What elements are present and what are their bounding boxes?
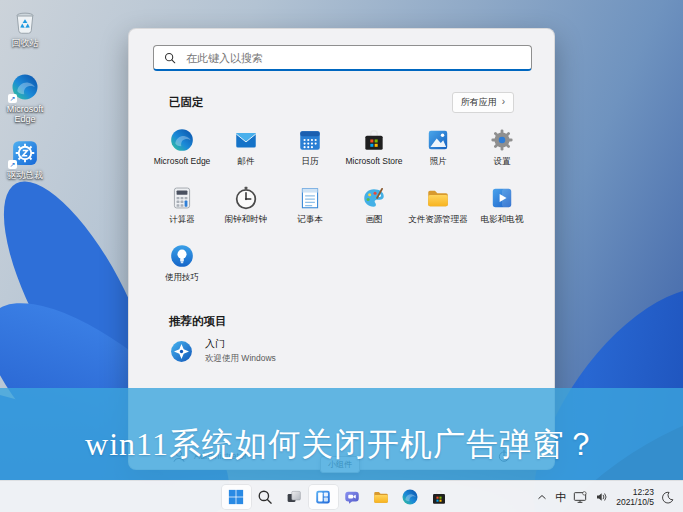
app-label: 计算器: [169, 215, 195, 224]
pinned-title: 已固定: [169, 95, 204, 110]
app-label: 电影和电视: [481, 215, 524, 224]
chevron-right-icon: ›: [502, 98, 505, 106]
all-apps-label: 所有应用: [461, 96, 497, 109]
app-label: 邮件: [238, 157, 255, 166]
pinned-app-calendar[interactable]: 日历: [278, 123, 342, 181]
shortcut-arrow-icon: ↗: [8, 160, 17, 169]
ime-indicator[interactable]: 中: [555, 490, 566, 505]
desktop-icon-label: Microsoft Edge: [0, 104, 50, 124]
pinned-section-header: 已固定 所有应用 ›: [169, 93, 514, 111]
system-tray: 中 12:23 2021/10/5: [535, 481, 675, 512]
mail-icon: [233, 127, 259, 153]
pinned-app-alarms-clock[interactable]: 闹钟和时钟: [214, 181, 278, 239]
pinned-app-microsoft-edge[interactable]: Microsoft Edge: [150, 123, 214, 181]
taskbar-search-button[interactable]: [251, 485, 280, 509]
app-label: 使用技巧: [165, 273, 199, 282]
movies-tv-icon: [489, 185, 515, 211]
settings-gear-icon: [489, 127, 515, 153]
pinned-app-movies-tv[interactable]: 电影和电视: [470, 181, 534, 239]
app-label: 画图: [366, 215, 383, 224]
pinned-app-file-explorer[interactable]: 文件资源管理器: [406, 181, 470, 239]
calendar-icon: [297, 127, 323, 153]
chat-icon: [343, 488, 361, 506]
app-label: 日历: [302, 157, 319, 166]
windows-logo-icon: [227, 488, 245, 506]
shortcut-arrow-icon: ↗: [8, 94, 17, 103]
all-apps-button[interactable]: 所有应用 ›: [452, 92, 514, 113]
widgets-button[interactable]: [309, 485, 338, 509]
notepad-icon: [297, 185, 323, 211]
pinned-app-tips[interactable]: 使用技巧: [150, 239, 214, 297]
taskbar-center-icons: [222, 481, 454, 512]
desktop-icon-driver-app[interactable]: ↗ 驱动总裁: [0, 138, 50, 180]
caption-overlay-banner: win11系统如何关闭开机广告弹窗？: [0, 388, 683, 480]
search-input[interactable]: [184, 51, 522, 65]
pinned-app-microsoft-store[interactable]: Microsoft Store: [342, 123, 406, 181]
calculator-icon: [169, 185, 195, 211]
recommended-title: 推荐的项目: [169, 315, 227, 327]
recommended-item-get-started[interactable]: 入门 欢迎使用 Windows: [169, 337, 276, 365]
desktop-icon-label: 驱动总裁: [7, 170, 43, 180]
desktop-icon-recycle-bin[interactable]: 回收站: [0, 6, 50, 48]
store-icon: [361, 127, 387, 153]
pinned-app-notepad[interactable]: 记事本: [278, 181, 342, 239]
app-label: 设置: [494, 157, 511, 166]
app-label: 记事本: [297, 215, 323, 224]
tray-time: 12:23: [616, 487, 654, 497]
desktop-icon-microsoft-edge[interactable]: ↗ Microsoft Edge: [0, 72, 50, 124]
edge-button[interactable]: [396, 485, 425, 509]
taskbar-clock[interactable]: 12:23 2021/10/5: [616, 487, 654, 507]
network-icon[interactable]: [572, 489, 588, 505]
focus-assist-moon-icon[interactable]: [660, 490, 675, 505]
edge-icon: [401, 488, 419, 506]
photos-icon: [425, 127, 451, 153]
pinned-app-settings[interactable]: 设置: [470, 123, 534, 181]
paint-palette-icon: [361, 185, 387, 211]
chat-button[interactable]: [338, 485, 367, 509]
task-view-icon: [285, 488, 303, 506]
pinned-app-grid: Microsoft Edge 邮件 日历 Microsoft Store 照片 …: [150, 123, 536, 297]
pinned-app-photos[interactable]: 照片: [406, 123, 470, 181]
hidden-icons-chevron-icon[interactable]: [535, 490, 549, 504]
app-label: 文件资源管理器: [408, 215, 468, 224]
app-label: Microsoft Store: [345, 157, 402, 166]
file-explorer-button[interactable]: [367, 485, 396, 509]
taskbar: 中 12:23 2021/10/5: [0, 480, 683, 512]
app-label: 照片: [430, 157, 447, 166]
folder-icon: [425, 185, 451, 211]
caption-text: win11系统如何关闭开机广告弹窗？: [85, 423, 598, 480]
pinned-app-mail[interactable]: 邮件: [214, 123, 278, 181]
store-icon: [430, 488, 448, 506]
tips-lightbulb-icon: [169, 243, 195, 269]
recommended-item-title: 入门: [205, 337, 276, 351]
widgets-icon: [314, 488, 332, 506]
recycle-bin-icon: [10, 6, 40, 36]
tray-date: 2021/10/5: [616, 497, 654, 507]
pinned-app-paint[interactable]: 画图: [342, 181, 406, 239]
app-label: 闹钟和时钟: [225, 215, 268, 224]
pinned-app-calculator[interactable]: 计算器: [150, 181, 214, 239]
volume-icon[interactable]: [594, 489, 610, 505]
windows11-desktop: 回收站 ↗ Microsoft Edge ↗ 驱动总裁 已固定 所有应用 ›: [0, 0, 683, 512]
task-view-button[interactable]: [280, 485, 309, 509]
clock-icon: [233, 185, 259, 211]
desktop-icon-label: 回收站: [12, 38, 39, 48]
start-search-box[interactable]: [153, 45, 532, 71]
search-icon: [256, 488, 274, 506]
app-label: Microsoft Edge: [154, 157, 211, 166]
recommended-section-header: 推荐的项目: [169, 311, 227, 329]
search-icon: [163, 51, 177, 65]
get-started-icon: [169, 339, 194, 364]
edge-icon: [169, 127, 195, 153]
folder-icon: [372, 488, 390, 506]
store-button[interactable]: [425, 485, 454, 509]
start-button[interactable]: [222, 485, 251, 509]
recommended-item-subtitle: 欢迎使用 Windows: [205, 353, 276, 365]
